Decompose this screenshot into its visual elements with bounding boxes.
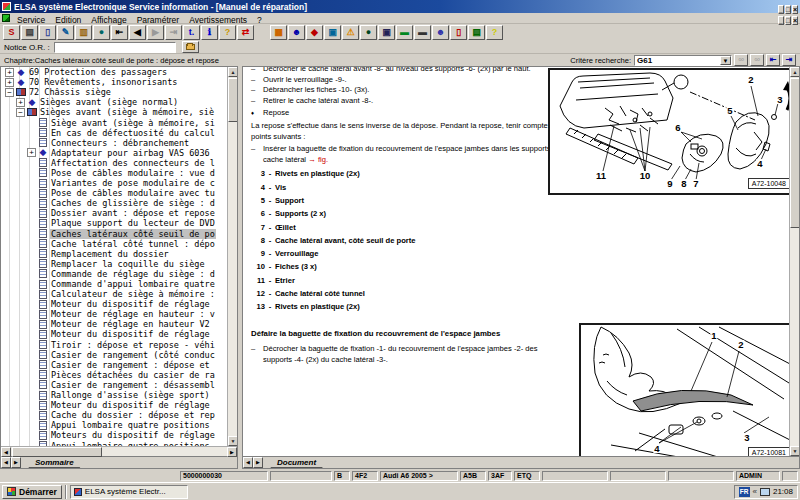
scroll-up-icon[interactable]: ▲ <box>790 67 799 77</box>
tree-scroll-thumb[interactable] <box>228 78 237 122</box>
briefcase-button[interactable]: ▥ <box>75 25 92 40</box>
user-settings-button[interactable]: ☻ <box>432 25 449 40</box>
vehicle-button[interactable]: ● <box>93 25 110 40</box>
tree-item[interactable]: Dossier avant : dépose et repose <box>1 208 237 218</box>
document-scroll-thumb[interactable] <box>790 78 799 228</box>
open-order-button[interactable] <box>182 41 199 53</box>
tree-item[interactable]: Casier de rangement (côté conduc <box>1 350 237 360</box>
help-button[interactable]: ? <box>219 25 236 40</box>
tree-horizontal-scrollbar[interactable]: ◀ ▶ <box>1 446 237 456</box>
search-binoculars-button[interactable]: ∞ <box>734 54 748 66</box>
window-button[interactable]: ▣ <box>324 25 341 40</box>
scroll-right-icon[interactable]: ▶ <box>227 447 237 457</box>
expand-icon[interactable]: + <box>5 78 14 87</box>
warning-button[interactable]: ⚠ <box>342 25 359 40</box>
green-car-button[interactable]: ▬ <box>396 25 413 40</box>
user-button[interactable]: ☻ <box>288 25 305 40</box>
grid-button[interactable]: ▦ <box>270 25 287 40</box>
tree-item[interactable]: Moteurs du dispositif de réglage <box>1 430 237 440</box>
tree-item[interactable]: Remplacer la coquille du siège <box>1 259 237 269</box>
tab-scroll-right-icon[interactable]: ▶ <box>253 457 263 468</box>
tree-item[interactable]: Moteur du dispositif de réglage <box>1 299 237 309</box>
expand-icon[interactable]: + <box>5 68 14 77</box>
books-button[interactable]: ▤ <box>468 25 485 40</box>
document-system-icon[interactable] <box>2 14 10 22</box>
tree-item[interactable]: Commande d'appui lombaire quatre <box>1 279 237 289</box>
tree-item[interactable]: Casier de rangement : dépose et <box>1 360 237 370</box>
tree-item[interactable]: Tiroir : dépose et repose - véhi <box>1 340 237 350</box>
tree-item[interactable]: Calculateur de siège à mémoire : <box>1 289 237 299</box>
print-button[interactable]: ▤ <box>21 25 38 40</box>
tree-item[interactable]: Commande de réglage du siège : d <box>1 269 237 279</box>
tree-item[interactable]: Moteur du dispositif de réglage <box>1 329 237 339</box>
previous-page-button[interactable]: ◀ <box>129 25 146 40</box>
scroll-left-icon[interactable]: ◀ <box>1 447 11 457</box>
tree-item[interactable]: Cache latéral côté tunnel : dépo <box>1 239 237 249</box>
tree-item[interactable]: Casier de rangement : désassembl <box>1 380 237 390</box>
disk-button[interactable]: ▣ <box>378 25 395 40</box>
scroll-up-icon[interactable]: ▲ <box>228 67 237 77</box>
document-flag-button[interactable]: ▯ <box>450 25 467 40</box>
next-page-button[interactable]: ▶ <box>147 25 164 40</box>
expand-icon[interactable]: + <box>27 148 36 157</box>
tab-document[interactable]: Document <box>265 457 328 468</box>
chevron-down-icon[interactable]: ▼ <box>720 56 731 65</box>
tree-item[interactable]: En cas de défectuosité du calcul <box>1 128 237 138</box>
dark-car-button[interactable]: ▬ <box>414 25 431 40</box>
tree-item[interactable]: +◆69 Protection des passagers <box>1 67 237 77</box>
tree-item[interactable]: −Sièges avant (siège à mémoire, siè <box>1 107 237 117</box>
tree-item[interactable]: Appui lombaire quatre positions <box>1 420 237 430</box>
tree-item[interactable]: Affectation des connecteurs de l <box>1 158 237 168</box>
red-book-button[interactable]: ◆ <box>306 25 323 40</box>
tab-scroll-left-icon[interactable]: ◀ <box>1 457 11 468</box>
collapse-icon[interactable]: − <box>5 88 14 97</box>
tree-item[interactable]: Connecteurs : débranchement <box>1 138 237 148</box>
first-page-button[interactable]: ⇤ <box>111 25 128 40</box>
search-criteria-combobox[interactable]: G61 ▼ <box>634 55 732 66</box>
tree-item[interactable]: Moteur du dispositif de réglage <box>1 400 237 410</box>
expand-icon[interactable]: + <box>16 98 25 107</box>
figure-link[interactable]: → fig. <box>308 155 328 164</box>
tree-item[interactable]: Siège avant (siège à mémoire, si <box>1 117 237 127</box>
tree-vertical-scrollbar[interactable]: ▲ ▼ <box>227 67 237 446</box>
tree-item[interactable]: Variantes de pose modulaire de c <box>1 178 237 188</box>
tab-scroll-left-icon[interactable]: ◀ <box>243 457 253 468</box>
tree-item[interactable]: +◆Sièges avant (siège normal) <box>1 97 237 107</box>
scroll-down-icon[interactable]: ▼ <box>228 436 237 446</box>
tree-item[interactable]: +◆Adaptateur pour airbag VAS 6036 <box>1 148 237 158</box>
scroll-down-icon[interactable]: ▼ <box>790 446 799 456</box>
edit-document-button[interactable]: ✎ <box>57 25 74 40</box>
tree-item[interactable]: −72 Châssis siège <box>1 87 237 97</box>
tree-item[interactable]: Moteur de réglage en hauteur : v <box>1 309 237 319</box>
tray-chevron-icon[interactable]: « <box>753 487 757 496</box>
swap-view-button[interactable]: ⇄ <box>237 25 254 40</box>
search-again-button[interactable]: ∞ <box>750 54 764 66</box>
tree-item[interactable]: +◆70 Revêtements, insonorisants <box>1 77 237 87</box>
display-tray-icon[interactable] <box>760 488 770 496</box>
new-document-button[interactable]: ▯ <box>39 25 56 40</box>
tree-item[interactable]: Pose de câbles modulaire : vue d <box>1 168 237 178</box>
start-button[interactable]: Démarrer <box>2 485 62 499</box>
jump-back-button[interactable]: ⇤ <box>766 54 780 66</box>
tree-item[interactable]: Caches de glissière de siège : d <box>1 198 237 208</box>
tree-hscroll-thumb[interactable] <box>12 447 102 457</box>
last-page-button[interactable]: ⇥ <box>165 25 182 40</box>
language-indicator[interactable]: FR <box>739 487 750 497</box>
tree-item[interactable]: Moteur de réglage en hauteur V2 <box>1 319 237 329</box>
document-vertical-scrollbar[interactable]: ▲ ▼ <box>789 67 799 456</box>
globe-button[interactable]: ● <box>360 25 377 40</box>
tree-item[interactable]: Pose de câbles modulaire avec tu <box>1 188 237 198</box>
tree-item[interactable]: Pièces détachées du casier de ra <box>1 370 237 380</box>
collapse-icon[interactable]: − <box>16 108 25 117</box>
jump-forward-button[interactable]: ⇥ <box>782 54 796 66</box>
exit-button[interactable]: S <box>3 25 20 40</box>
tree-item[interactable]: Cache du dossier : dépose et rep <box>1 410 237 420</box>
taskbar-task-elsa[interactable]: ELSA système Electr... <box>70 485 188 499</box>
tree-item[interactable]: Plaque support du lecteur de DVD <box>1 218 237 228</box>
tree-item[interactable]: Remplacement du dossier <box>1 249 237 259</box>
notice-input[interactable] <box>54 42 176 53</box>
info-button[interactable]: ℹ <box>201 25 218 40</box>
context-help-button[interactable]: ? <box>486 25 503 40</box>
tab-sommaire[interactable]: Sommaire <box>23 457 86 468</box>
technical-links-button[interactable]: t. <box>183 25 200 40</box>
